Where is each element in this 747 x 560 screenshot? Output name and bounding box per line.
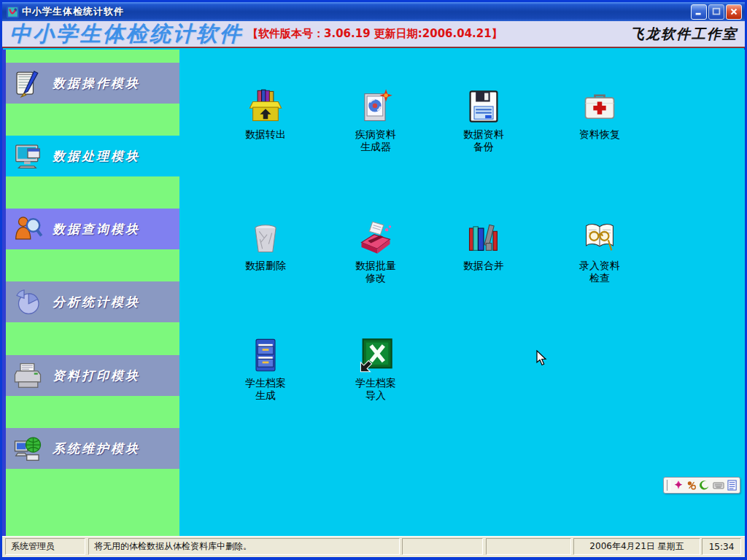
trash-bin-icon xyxy=(247,219,285,257)
shortcut-data-merge[interactable]: 数据合并 xyxy=(439,219,528,272)
merge-books-icon xyxy=(465,219,503,257)
shortcut-student-file-import[interactable]: 学生档案 导入 xyxy=(331,336,420,402)
first-aid-kit-icon xyxy=(581,88,619,125)
status-time: 15:34 xyxy=(709,542,735,552)
excel-import-icon xyxy=(357,336,395,374)
monitor-icon xyxy=(13,141,42,171)
shortcut-input-check[interactable]: 录入资料 检查 xyxy=(555,219,644,284)
export-box-icon xyxy=(247,88,285,125)
sidebar-item-data-printing[interactable]: 资料打印模块 xyxy=(6,355,179,396)
status-time-panel: 15:34 xyxy=(702,538,741,555)
sidebar-item-label: 系统维护模块 xyxy=(53,440,140,457)
computer-globe-icon xyxy=(13,434,42,463)
version-info: 【软件版本号：3.06.19 更新日期:2006.04.21】 xyxy=(247,27,503,41)
shortcut-label: 数据转出 xyxy=(245,128,286,141)
shortcut-data-restore[interactable]: 资料恢复 xyxy=(555,88,644,141)
batch-modify-icon xyxy=(357,219,395,257)
status-date: 2006年4月21日 星期五 xyxy=(589,540,684,553)
minimize-button[interactable] xyxy=(691,4,707,20)
shortcut-data-export[interactable]: 数据转出 xyxy=(221,88,310,141)
shortcut-label: 学生档案 生成 xyxy=(245,377,286,402)
shortcut-label: 数据资料 备份 xyxy=(463,128,504,153)
sidebar-item-label: 分析统计模块 xyxy=(53,294,140,311)
status-message-panel: 将无用的体检数据从体检资料库中删除。 xyxy=(88,538,400,555)
shortcut-label: 录入资料 检查 xyxy=(579,260,620,284)
shortcut-student-file-generate[interactable]: 学生档案 生成 xyxy=(221,336,310,402)
punctuation-toggle-icon[interactable] xyxy=(700,480,710,491)
sidebar: 数据操作模块 数据处理模块 xyxy=(2,50,179,536)
book-glasses-icon xyxy=(581,219,619,257)
sidebar-item-data-operation[interactable]: 数据操作模块 xyxy=(6,63,179,104)
file-cabinet-icon xyxy=(247,336,285,374)
status-empty-panel-1 xyxy=(402,538,483,555)
app-header: 中小学生体检统计软件 【软件版本号：3.06.19 更新日期:2006.04.2… xyxy=(2,21,745,48)
shortcut-label: 学生档案 导入 xyxy=(355,377,396,402)
sidebar-item-system-maintenance[interactable]: 系统维护模块 xyxy=(6,428,179,469)
status-user: 系统管理员 xyxy=(11,540,55,553)
shortcut-label: 数据合并 xyxy=(463,260,504,272)
main-area: 数据转出 疾病资料 生成器 xyxy=(179,50,745,536)
person-search-icon xyxy=(13,214,42,244)
options-menu-icon[interactable] xyxy=(727,480,737,491)
sidebar-item-label: 数据操作模块 xyxy=(53,75,140,92)
printer-icon xyxy=(13,361,42,390)
status-user-panel: 系统管理员 xyxy=(5,538,85,555)
app-title: 中小学生体检统计软件 xyxy=(9,20,243,49)
window-title: 中小学生体检统计软件 xyxy=(22,5,124,18)
app-window: 中小学生体检统计软件 中小学生体检统计软件 【软件版本号：3.06.19 更新日… xyxy=(0,0,747,560)
sidebar-item-analysis-statistics[interactable]: 分析统计模块 xyxy=(6,281,179,322)
ime-drag-handle-icon[interactable] xyxy=(667,480,670,491)
app-logo-icon xyxy=(7,6,19,18)
maximize-button[interactable] xyxy=(708,4,724,20)
shortcut-label: 疾病资料 生成器 xyxy=(355,128,396,153)
pie-chart-icon xyxy=(13,287,42,316)
fullwidth-toggle-icon[interactable] xyxy=(686,480,697,491)
disease-generator-icon xyxy=(357,88,395,125)
titlebar[interactable]: 中小学生体检统计软件 xyxy=(2,2,745,21)
shortcut-data-delete[interactable]: 数据删除 xyxy=(221,219,310,272)
shortcut-label: 资料恢复 xyxy=(579,128,620,141)
status-date-panel: 2006年4月21日 星期五 xyxy=(573,538,700,555)
sidebar-item-data-query[interactable]: 数据查询模块 xyxy=(6,209,179,249)
mouse-cursor xyxy=(536,350,547,366)
notepad-pen-icon xyxy=(13,69,42,98)
shortcut-disease-data-generator[interactable]: 疾病资料 生成器 xyxy=(331,88,420,153)
sidebar-item-label: 数据查询模块 xyxy=(53,221,140,238)
status-empty-panel-2 xyxy=(486,538,571,555)
shortcut-label: 数据删除 xyxy=(245,260,286,272)
sidebar-item-data-processing[interactable]: 数据处理模块 xyxy=(6,136,179,176)
sidebar-item-label: 数据处理模块 xyxy=(53,148,140,165)
shortcut-data-backup[interactable]: 数据资料 备份 xyxy=(439,88,528,153)
sidebar-item-label: 资料打印模块 xyxy=(53,368,140,384)
close-button[interactable] xyxy=(726,4,742,20)
statusbar: 系统管理员 将无用的体检数据从体检资料库中删除。 2006年4月21日 星期五 … xyxy=(2,536,745,557)
ime-logo-icon[interactable] xyxy=(673,480,684,491)
studio-name: 飞龙软件工作室 xyxy=(630,25,738,44)
shortcut-batch-modify[interactable]: 数据批量 修改 xyxy=(331,219,420,284)
shortcut-label: 数据批量 修改 xyxy=(355,260,396,284)
status-message: 将无用的体检数据从体检资料库中删除。 xyxy=(94,540,252,553)
soft-keyboard-icon[interactable] xyxy=(713,480,724,491)
backup-floppy-icon xyxy=(465,88,503,125)
window-controls xyxy=(691,4,742,20)
ime-toolbar[interactable] xyxy=(663,477,740,494)
